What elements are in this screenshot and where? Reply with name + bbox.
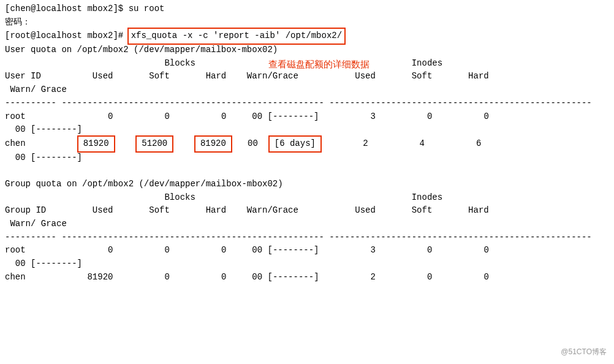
columns-header: User ID Used Soft Hard Warn/Grace Used S… (5, 70, 609, 83)
prompt-root: [root@localhost mbox2]# (5, 31, 129, 40)
warn-counter: 00 (248, 138, 258, 148)
used: 0 (108, 245, 113, 255)
group-row-chen: chen 81920 0 0 00 [--------] 2 0 0 (5, 271, 609, 284)
prompt-line-2[interactable]: [root@localhost mbox2]# xfs_quota -x -c … (5, 29, 609, 44)
hard: 0 (221, 245, 226, 255)
user-row-chen-wrap: 00 [--------] (5, 151, 609, 165)
grace-highlight: [6 days] (268, 135, 322, 153)
command-su: su root (129, 4, 165, 13)
i-used: 3 (371, 112, 376, 121)
prompt-line-1[interactable]: [chen@localhost mbox2]$ su root (5, 2, 609, 16)
command-xfs-quota: xfs_quota -x -c 'report -aib' /opt/mbox2… (127, 28, 346, 45)
hard-highlight: 81920 (194, 135, 232, 153)
user-id: chen (5, 138, 26, 148)
soft: 0 (164, 112, 169, 121)
used: 0 (108, 112, 113, 121)
group-row-root: root 0 0 0 00 [--------] 3 0 0 (5, 244, 609, 257)
i-hard: 0 (483, 112, 488, 121)
i-soft: 4 (420, 138, 425, 148)
user-row-root: root 0 0 0 00 [--------] 3 0 0 (5, 110, 609, 124)
group-id: root (5, 245, 26, 255)
password-prompt: 密码： (5, 16, 609, 29)
i-soft: 0 (427, 112, 432, 121)
soft: 0 (164, 272, 169, 282)
warn: 00 [--------] (252, 112, 319, 121)
i-hard: 0 (483, 272, 488, 282)
hard: 0 (221, 272, 226, 282)
warn: 00 [--------] (252, 272, 319, 282)
soft-highlight: 51200 (135, 135, 173, 153)
group-blocks-header: Blocks Inodes (5, 191, 609, 205)
group-id: chen (5, 272, 26, 282)
i-used: 3 (371, 245, 376, 255)
warn-grace-header: Warn/ Grace (5, 83, 609, 97)
used: 81920 (87, 272, 113, 282)
i-soft: 0 (427, 245, 432, 255)
user-id: root (5, 112, 26, 121)
group-row-root-wrap: 00 [--------] (5, 257, 609, 271)
user-row-root-wrap: 00 [--------] (5, 123, 609, 137)
prompt-user-host: [chen@localhost mbox2]$ (5, 4, 129, 13)
annotation-detail: 查看磁盘配额的详细数据 (268, 57, 370, 71)
i-used: 2 (363, 138, 368, 148)
used-highlight: 81920 (77, 135, 115, 153)
i-soft: 0 (427, 272, 432, 282)
group-quota-title: Group quota on /opt/mbox2 (/dev/mapper/m… (5, 178, 609, 191)
hard: 0 (221, 112, 226, 121)
user-row-chen: chen 81920 51200 81920 00 [6 days] 2 4 6 (5, 137, 609, 151)
blank-line (5, 164, 609, 178)
terminal-output: [chen@localhost mbox2]$ su root 密码： [roo… (5, 2, 609, 284)
watermark: @51CTO博客 (561, 346, 607, 358)
soft: 0 (164, 245, 169, 255)
i-used: 2 (371, 272, 376, 282)
user-quota-title: User quota on /opt/mbox2 (/dev/mapper/ma… (5, 44, 609, 57)
blocks-header-line: Blocks Inodes查看磁盘配额的详细数据 (5, 57, 609, 70)
blocks-inodes-header: Blocks Inodes (5, 58, 442, 68)
separator: ---------- -----------------------------… (5, 97, 609, 110)
group-columns-header: Group ID Used Soft Hard Warn/Grace Used … (5, 204, 609, 218)
warn: 00 [--------] (252, 245, 319, 255)
group-separator: ---------- -----------------------------… (5, 231, 609, 245)
i-hard: 0 (483, 245, 488, 255)
group-warn-grace-header: Warn/ Grace (5, 218, 609, 231)
i-hard: 6 (476, 138, 481, 148)
